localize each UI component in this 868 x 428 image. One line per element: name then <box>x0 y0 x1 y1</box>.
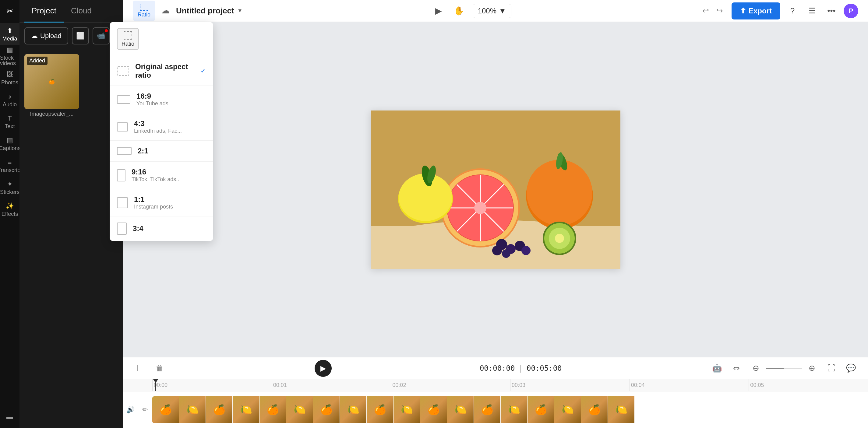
sidebar-item-text[interactable]: T Text <box>0 111 20 133</box>
ratio-option-subtitle: LinkedIn ads, Fac... <box>134 128 206 134</box>
ratio-9-16-icon <box>117 169 125 182</box>
sidebar-item-label: Captions <box>0 145 21 151</box>
zoom-display[interactable]: 100% ▼ <box>473 4 512 18</box>
edit-track-button[interactable]: ✏ <box>140 404 151 415</box>
ratio-option-title: 1:1 <box>134 195 206 204</box>
ratio-option-text: 3:4 <box>133 224 206 233</box>
track-frame: 🍊 <box>420 396 447 423</box>
video-track[interactable]: 🍊 🍋 🍊 🍋 🍊 🍋 🍊 🍋 🍊 🍋 🍊 🍋 🍊 🍋 🍊 🍋 🍊 🍋 <box>152 396 868 423</box>
ratio-option-text: 2:1 <box>138 147 206 155</box>
ratio-option-text: 1:1 Instagram posts <box>134 195 206 210</box>
sidebar-item-media[interactable]: ⬆ Media <box>0 23 20 45</box>
ratio-option-1-1[interactable]: 1:1 Instagram posts <box>110 189 213 217</box>
svg-point-25 <box>521 246 531 255</box>
track-frame: 🍊 <box>259 396 286 423</box>
fit-to-screen-button[interactable]: ⛶ <box>824 361 839 376</box>
zoom-out-button[interactable]: ⊖ <box>749 361 763 376</box>
ratio-option-original[interactable]: Original aspect ratio ✓ <box>110 56 213 86</box>
volume-button[interactable]: 🔊 <box>125 404 136 415</box>
subtitles-icon: ▬ <box>6 413 13 421</box>
ratio-label: Ratio <box>138 11 151 18</box>
track-frame: 🍋 <box>233 396 259 423</box>
sidebar-item-stickers[interactable]: ✦ Stickers <box>0 176 20 198</box>
transcript-icon: ≡ <box>8 158 12 166</box>
ratio-3-4-icon <box>117 223 127 235</box>
tab-project[interactable]: Project <box>24 0 64 23</box>
sidebar-item-captions[interactable]: ▤ Captions <box>0 133 20 155</box>
track-controls: 🔊 ✏ <box>123 404 152 415</box>
layout-button[interactable]: ☰ <box>805 4 819 18</box>
upload-button[interactable]: ☁ Upload <box>24 27 68 44</box>
record-button[interactable]: 📹 <box>93 27 110 44</box>
audio-icon: ♪ <box>8 93 11 100</box>
ratio-active-button[interactable]: Ratio <box>117 28 139 50</box>
trim-button[interactable]: ⊢ <box>133 361 147 376</box>
ratio-dropdown: Ratio Original aspect ratio ✓ 16:9 YouTu… <box>110 22 213 241</box>
save-icon: ☁ <box>161 6 169 15</box>
track-frame: 🍋 <box>554 396 581 423</box>
svg-point-4 <box>527 160 592 226</box>
main-panel: Project Cloud ☁ Upload ⬜ 📹 🍊 Added Image… <box>20 0 123 428</box>
ruler-mark-1: 00:01 <box>272 379 391 391</box>
ratio-2-1-icon <box>117 147 131 155</box>
select-tool-button[interactable]: ▶ <box>431 4 446 18</box>
sidebar-item-transcript[interactable]: ≡ Transcript <box>0 155 20 176</box>
preview-area <box>123 22 868 357</box>
zoom-chevron-icon: ▼ <box>499 7 506 15</box>
svg-point-15 <box>474 202 486 214</box>
help-button[interactable]: ? <box>785 4 800 18</box>
ratio-option-16-9[interactable]: 16:9 YouTube ads <box>110 86 213 113</box>
tablet-icon: ⬜ <box>76 32 84 40</box>
tab-cloud[interactable]: Cloud <box>64 0 99 23</box>
ratio-option-title: Original aspect ratio <box>135 62 194 79</box>
undo-button[interactable]: ↩ <box>700 4 711 18</box>
track-frame: 🍋 <box>608 396 635 423</box>
layout-icon: ☰ <box>809 6 816 15</box>
panel-tabs: Project Cloud <box>20 0 123 23</box>
zoom-slider[interactable]: ⊖ ⊕ <box>749 361 819 376</box>
sidebar-item-label: Stickers <box>0 189 20 195</box>
ratio-option-text: 9:16 TikTok, TikTok ads... <box>131 168 206 183</box>
track-frame: 🍋 <box>179 396 206 423</box>
ratio-option-3-4[interactable]: 3:4 <box>110 217 213 241</box>
ratio-option-title: 2:1 <box>138 147 206 155</box>
zoom-slider-track[interactable] <box>766 368 802 369</box>
stickers-icon: ✦ <box>7 180 12 188</box>
ratio-button[interactable]: Ratio <box>133 1 155 21</box>
project-chevron-icon[interactable]: ▼ <box>237 8 243 14</box>
hand-tool-button[interactable]: ✋ <box>452 4 467 18</box>
ratio-option-2-1[interactable]: 2:1 <box>110 141 213 162</box>
sidebar-item-stock-videos[interactable]: ▦ Stock videos <box>0 45 20 67</box>
track-frame: 🍋 <box>447 396 474 423</box>
trash-icon: 🗑 <box>156 363 163 373</box>
more-button[interactable]: ••• <box>824 4 839 18</box>
sidebar-item-effects[interactable]: ✨ Effects <box>0 198 20 220</box>
zoom-in-button[interactable]: ⊕ <box>805 361 819 376</box>
ruler-mark-2: 00:02 <box>391 379 510 391</box>
ratio-option-subtitle: TikTok, TikTok ads... <box>131 176 206 183</box>
play-button[interactable]: ▶ <box>315 360 332 377</box>
track-frame: 🍊 <box>581 396 608 423</box>
delete-button[interactable]: 🗑 <box>152 361 167 376</box>
redo-button[interactable]: ↪ <box>714 4 725 18</box>
ratio-option-4-3[interactable]: 4:3 LinkedIn ads, Fac... <box>110 113 213 141</box>
sidebar-item-photos[interactable]: 🖼 Photos <box>0 67 20 89</box>
ratio-option-9-16[interactable]: 9:16 TikTok, TikTok ads... <box>110 162 213 189</box>
timeline-controls: ⊢ 🗑 ▶ 00:00:00 | 00:05:00 🤖 ⇔ <box>123 357 868 379</box>
sidebar-item-subtitles[interactable]: ▬ <box>0 406 20 428</box>
media-item[interactable]: 🍊 Added Imageupscaler_... <box>24 54 79 117</box>
user-avatar[interactable]: P <box>844 4 858 18</box>
export-label: Export <box>749 7 772 15</box>
tablet-view-button[interactable]: ⬜ <box>72 27 89 44</box>
logo-button[interactable]: ✂ <box>2 4 17 18</box>
split-button[interactable]: ⇔ <box>729 361 744 376</box>
ratio-dropdown-header: Ratio <box>110 22 213 56</box>
timeline-playhead[interactable] <box>155 379 156 391</box>
export-button[interactable]: ⬆ Export <box>732 2 780 20</box>
ai-tool-button[interactable]: 🤖 <box>710 361 724 376</box>
stock-videos-icon: ▦ <box>7 46 13 54</box>
fruit-emoji: 🍊 <box>49 79 55 85</box>
sidebar-item-audio[interactable]: ♪ Audio <box>0 89 20 111</box>
cursor-icon: ▶ <box>435 6 442 16</box>
comments-button[interactable]: 💬 <box>844 361 858 376</box>
